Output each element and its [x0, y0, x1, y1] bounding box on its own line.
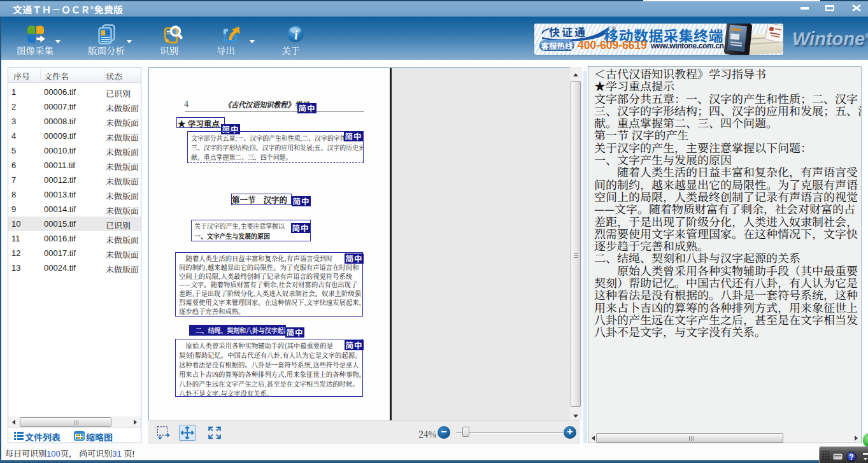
- svg-text:i: i: [294, 28, 298, 42]
- svg-text:快证通: 快证通: [549, 25, 587, 39]
